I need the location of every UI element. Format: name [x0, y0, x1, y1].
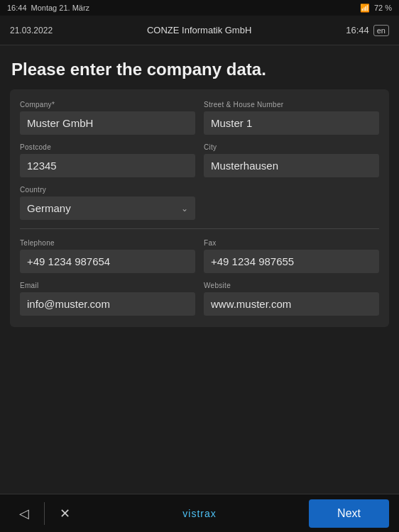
fax-input[interactable] — [204, 250, 379, 273]
telephone-input[interactable] — [20, 250, 195, 273]
email-group: Email — [20, 282, 195, 316]
bottom-divider — [44, 502, 45, 525]
city-group: City — [204, 143, 379, 177]
telephone-label: Telephone — [20, 239, 195, 247]
postcode-group: Postcode — [20, 143, 195, 177]
postcode-input[interactable] — [20, 154, 195, 177]
country-label: Country — [20, 186, 195, 194]
email-label: Email — [20, 282, 195, 289]
top-bar-right: 16:44 en — [346, 25, 389, 36]
close-icon: ✕ — [60, 506, 70, 521]
form-row-1: Company* Street & House Number — [20, 101, 379, 135]
country-value: Germany — [27, 202, 71, 214]
website-group: Website — [204, 282, 379, 316]
back-icon: ◁ — [19, 506, 29, 521]
status-time: 16:44 — [7, 4, 27, 12]
country-group: Country Germany ⌄ — [20, 186, 195, 220]
form-row-4: Telephone Fax — [20, 239, 379, 273]
chevron-down-icon: ⌄ — [181, 204, 188, 214]
website-label: Website — [204, 282, 379, 289]
top-bar-date: 21.03.2022 — [10, 26, 53, 35]
street-label: Street & House Number — [204, 101, 379, 109]
form-card: Company* Street & House Number Postcode … — [10, 89, 389, 327]
street-input[interactable] — [204, 111, 379, 135]
language-badge[interactable]: en — [373, 25, 389, 36]
company-input[interactable] — [20, 111, 195, 135]
city-input[interactable] — [204, 154, 379, 177]
bottom-bar: ◁ ✕ vistrax Next — [0, 494, 399, 532]
country-select[interactable]: Germany ⌄ — [20, 196, 195, 220]
status-bar-right: 📶 72 % — [360, 4, 392, 13]
street-group: Street & House Number — [204, 101, 379, 135]
page-title: Please enter the company data. — [0, 45, 399, 89]
next-button[interactable]: Next — [309, 499, 389, 528]
top-bar: 21.03.2022 CONZE Informatik GmbH 16:44 e… — [0, 16, 399, 45]
status-bar-left: 16:44 Montag 21. März — [7, 4, 89, 12]
wifi-icon: 📶 — [360, 4, 370, 13]
email-input[interactable] — [20, 292, 195, 316]
city-label: City — [204, 143, 379, 151]
section-divider — [20, 228, 379, 229]
close-button[interactable]: ✕ — [50, 499, 79, 528]
form-row-2: Postcode City — [20, 143, 379, 177]
fax-label: Fax — [204, 239, 379, 247]
top-bar-title: CONZE Informatik GmbH — [147, 25, 251, 35]
battery-status: 72 % — [374, 4, 392, 12]
form-row-3: Country Germany ⌄ — [20, 186, 379, 220]
company-group: Company* — [20, 101, 195, 135]
status-date: Montag 21. März — [31, 4, 90, 12]
top-bar-time: 16:44 — [346, 25, 369, 35]
brand-label: vistrax — [182, 508, 216, 519]
telephone-group: Telephone — [20, 239, 195, 273]
website-input[interactable] — [204, 292, 379, 316]
back-button[interactable]: ◁ — [10, 499, 38, 528]
fax-group: Fax — [204, 239, 379, 273]
form-row-5: Email Website — [20, 282, 379, 316]
company-label: Company* — [20, 101, 195, 109]
postcode-label: Postcode — [20, 143, 195, 151]
bottom-bar-left: ◁ ✕ — [0, 499, 79, 528]
status-bar: 16:44 Montag 21. März 📶 72 % — [0, 0, 399, 16]
